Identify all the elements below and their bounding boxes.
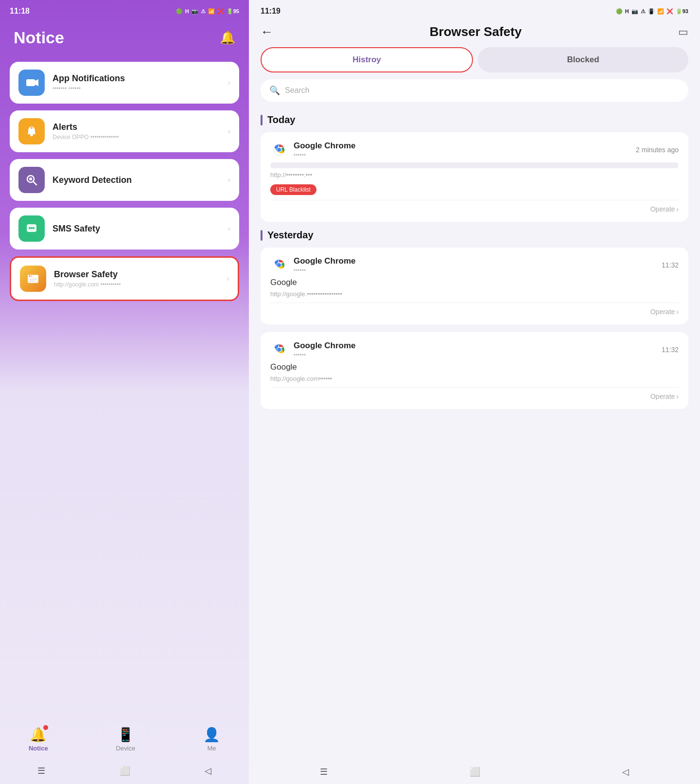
right-page-title: Browser Safety [430,24,522,39]
chevron-right-icon: › [227,274,229,283]
hamburger-icon: ☰ [37,766,45,776]
menu-item-browser-safety[interactable]: Browser Safety http://google.com •••••••… [10,256,239,301]
svg-rect-2 [30,134,33,136]
app-notifications-label: App Notifications [52,73,220,84]
alerts-label: Alerts [52,122,220,132]
left-status-time: 11:18 [10,7,30,16]
url-blacklist-badge: URL Blacklist [270,184,316,195]
yesterday-app-name-2: Google Chrome [294,341,356,351]
notification-bell-icon[interactable]: 🔔 [220,30,235,45]
app-notifications-icon [18,70,45,96]
right-panel: 11:19 🟢 H 📷 ⚠ 📳 📶 ❌ 🔋93 ← Browser Safety… [249,0,700,784]
home-square-icon: ⬜ [120,766,130,776]
nav-item-me[interactable]: 👤 Me [203,727,220,752]
chevron-right-icon: › [228,176,230,184]
yesterday-time-1: 11:32 [662,261,679,269]
nav-item-notice[interactable]: 🔔 Notice [29,727,48,752]
me-nav-icon: 👤 [203,727,220,743]
left-bottom-bar: ☰ ⬜ ◁ [0,763,249,779]
svg-point-10 [33,227,35,229]
chevron-right-icon: › [228,224,230,233]
svg-point-3 [31,127,33,129]
yesterday-card-2: Google Chrome •••••• 11:32 Google http:/… [261,332,688,409]
alerts-icon [18,118,45,144]
right-status-time: 11:19 [261,7,280,16]
svg-point-20 [277,148,281,152]
yesterday-url-2: http://google.com•••••• [270,375,679,382]
alerts-sub: Device OPPO •••••••••••••• [52,134,220,141]
today-operate[interactable]: Operate › [270,200,679,213]
operate-chevron-icon-3: › [676,392,679,400]
keyword-detection-icon [18,167,45,193]
today-card: Google Chrome •••••• 2 minutes ago http:… [261,132,688,222]
svg-rect-16 [29,281,35,282]
search-bar[interactable]: 🔍 Search [261,79,688,102]
today-app-name: Google Chrome [294,141,356,151]
tab-history[interactable]: Histroy [261,47,473,72]
menu-item-sms-safety[interactable]: SMS Safety › [10,208,239,249]
search-placeholder: Search [285,86,310,95]
yesterday-app-sub-1: •••••• [294,267,356,274]
notice-badge [43,725,48,730]
left-panel: 11:18 🟢 H 📷 ⚠ 📶 ❌ 🔋95 Notice 🔔 App Notif… [0,0,249,784]
yesterday-title-1: Google [270,278,679,287]
app-notifications-sub: ••••••• •••••• [52,85,220,92]
svg-rect-0 [26,79,35,86]
blurred-content-line [270,162,679,168]
chrome-icon-yesterday-1 [270,256,288,274]
svg-point-23 [277,263,281,267]
yesterday-operate-1[interactable]: Operate › [270,303,679,316]
browser-safety-sub: http://google.com •••••••••• [54,281,219,288]
bottom-nav: 🔔 Notice 📱 Device 👤 Me [0,718,249,761]
svg-rect-15 [29,279,37,280]
tablet-icon[interactable]: ▭ [678,26,688,38]
keyword-detection-label: Keyword Detection [52,175,220,185]
chevron-right-icon: › [228,78,230,87]
tab-row: Histroy Blocked [249,47,700,79]
svg-point-9 [31,227,33,229]
svg-point-6 [29,178,32,180]
right-status-bar: 11:19 🟢 H 📷 ⚠ 📳 📶 ❌ 🔋93 [249,0,700,19]
yesterday-operate-2[interactable]: Operate › [270,387,679,400]
device-nav-label: Device [116,745,135,752]
today-time: 2 minutes ago [636,146,679,154]
chrome-icon-today [270,141,288,159]
yesterday-time-2: 11:32 [662,346,679,354]
today-label: Today [267,114,295,125]
today-app-sub: •••••• [294,152,356,159]
today-section-header: Today [261,114,688,125]
browser-safety-icon [20,266,46,292]
yesterday-app-name-1: Google Chrome [294,256,356,266]
menu-list: App Notifications ••••••• •••••• › Alert… [0,62,249,301]
menu-item-app-notifications[interactable]: App Notifications ••••••• •••••• › [10,62,239,104]
back-button[interactable]: ← [261,24,273,39]
search-icon: 🔍 [269,85,280,96]
chevron-right-icon: › [228,127,230,136]
back-triangle-icon: ◁ [205,766,211,776]
today-url: http://••••••••.••• [270,171,679,178]
svg-point-26 [277,348,281,352]
svg-point-14 [31,275,33,277]
sms-safety-icon [18,215,45,242]
svg-marker-1 [35,79,38,86]
section-bar [261,115,262,125]
left-status-bar: 11:18 🟢 H 📷 ⚠ 📶 ❌ 🔋95 [0,0,249,19]
device-nav-icon: 📱 [117,727,134,743]
page-title: Notice [14,28,64,47]
yesterday-title-2: Google [270,362,679,372]
me-nav-label: Me [208,745,216,752]
svg-point-13 [29,275,31,277]
yesterday-label: Yesterday [267,230,314,241]
yesterday-app-sub-2: •••••• [294,352,356,358]
right-home-square-icon: ⬜ [470,766,480,777]
right-hamburger-icon: ☰ [320,766,328,777]
right-header: ← Browser Safety ▭ [249,19,700,47]
yesterday-url-1: http://google.•••••••••••••••• [270,290,679,298]
menu-item-alerts[interactable]: Alerts Device OPPO •••••••••••••• › [10,110,239,152]
yesterday-card-1: Google Chrome •••••• 11:32 Google http:/… [261,248,688,324]
right-status-icons: 🟢 H 📷 ⚠ 📳 📶 ❌ 🔋93 [616,8,688,15]
nav-item-device[interactable]: 📱 Device [116,727,135,752]
menu-item-keyword-detection[interactable]: Keyword Detection › [10,159,239,201]
sms-safety-label: SMS Safety [52,224,220,234]
tab-blocked[interactable]: Blocked [478,47,688,72]
